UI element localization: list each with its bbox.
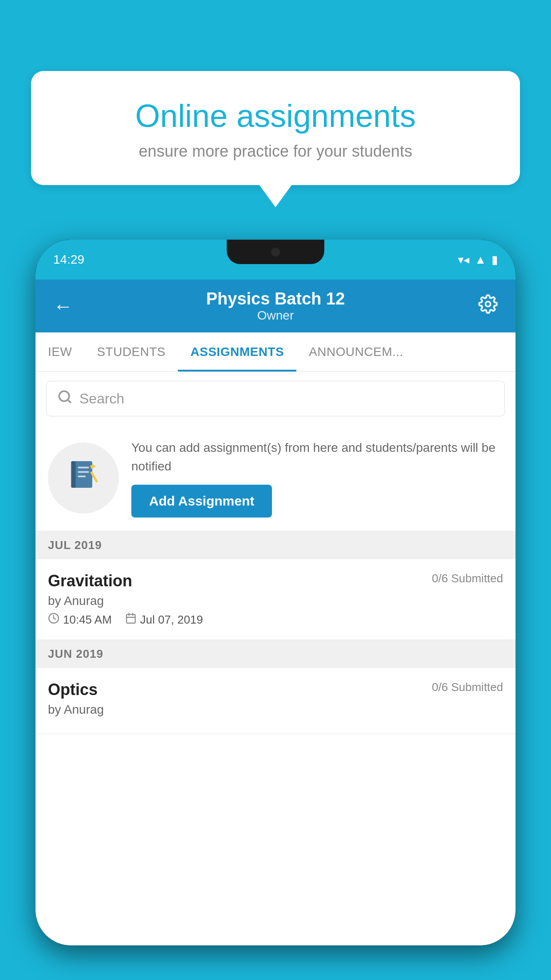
phone-screen: ← Physics Batch 12 Owner IEW STUDENTS AS… (35, 280, 516, 945)
assignment-icon-circle (48, 443, 119, 514)
tab-assignments[interactable]: ASSIGNMENTS (178, 332, 296, 371)
assignment-time-value-gravitation: 10:45 AM (63, 613, 112, 627)
assignment-name-gravitation: Gravitation (48, 572, 132, 590)
clock-icon (48, 612, 59, 627)
search-placeholder: Search (79, 391, 124, 407)
section-header-jul: JUL 2019 (35, 531, 516, 559)
assignment-by-optics: by Anurag (48, 703, 503, 717)
assignment-name-optics: Optics (48, 680, 98, 699)
svg-line-2 (68, 400, 71, 403)
assignment-row1: Gravitation 0/6 Submitted (48, 572, 503, 590)
svg-rect-5 (78, 467, 89, 469)
assignment-row1-optics: Optics 0/6 Submitted (48, 680, 503, 699)
signal-icon: ▲ (475, 253, 486, 267)
app-header: ← Physics Batch 12 Owner (35, 280, 516, 332)
bubble-subtitle: ensure more practice for your students (62, 142, 489, 161)
notebook-icon (66, 457, 101, 499)
assignment-date-gravitation: Jul 07, 2019 (125, 612, 203, 627)
camera-dot (271, 248, 280, 257)
battery-icon: ▮ (492, 253, 498, 267)
search-icon (57, 389, 72, 408)
search-container: Search (35, 372, 516, 425)
tab-iew[interactable]: IEW (35, 332, 84, 371)
add-assignment-button[interactable]: Add Assignment (131, 485, 272, 518)
calendar-icon (125, 612, 137, 627)
notch (227, 240, 324, 264)
tabs-bar: IEW STUDENTS ASSIGNMENTS ANNOUNCEM... (35, 332, 516, 372)
assignment-submitted-gravitation: 0/6 Submitted (432, 572, 503, 585)
search-bar[interactable]: Search (46, 381, 505, 416)
status-bar: 14:29 ▾◂ ▲ ▮ (35, 240, 516, 280)
assignment-meta-gravitation: 10:45 AM Jul 07, 2019 (48, 612, 503, 627)
add-assignment-content: You can add assignment(s) from here and … (131, 439, 503, 518)
add-assignment-card: You can add assignment(s) from here and … (35, 425, 516, 531)
speech-bubble: Online assignments ensure more practice … (31, 71, 520, 185)
settings-button[interactable] (478, 294, 498, 318)
back-button[interactable]: ← (53, 295, 73, 317)
svg-rect-6 (78, 471, 89, 473)
status-time: 14:29 (53, 253, 84, 267)
svg-rect-11 (126, 614, 135, 623)
assignment-item-gravitation[interactable]: Gravitation 0/6 Submitted by Anurag 10:4… (35, 559, 516, 640)
phone-outer: 14:29 ▾◂ ▲ ▮ ← Physics Batch 12 Owner (35, 240, 516, 945)
speech-bubble-container: Online assignments ensure more practice … (31, 71, 520, 185)
assignment-by-gravitation: by Anurag (48, 594, 503, 608)
assignment-time-gravitation: 10:45 AM (48, 612, 112, 627)
bubble-title: Online assignments (62, 98, 489, 134)
tab-students[interactable]: STUDENTS (84, 332, 178, 371)
phone-wrapper: 14:29 ▾◂ ▲ ▮ ← Physics Batch 12 Owner (35, 240, 516, 980)
svg-rect-7 (78, 476, 86, 478)
status-icons: ▾◂ ▲ ▮ (458, 253, 498, 267)
header-subtitle: Owner (206, 308, 345, 323)
section-header-jun: JUN 2019 (35, 640, 516, 668)
assignment-item-optics[interactable]: Optics 0/6 Submitted by Anurag (35, 668, 516, 734)
svg-point-0 (485, 301, 490, 306)
assignment-submitted-optics: 0/6 Submitted (432, 680, 503, 694)
header-title: Physics Batch 12 (206, 289, 345, 308)
wifi-icon: ▾◂ (458, 253, 469, 267)
assignment-date-value-gravitation: Jul 07, 2019 (140, 613, 203, 627)
header-center: Physics Batch 12 Owner (206, 289, 345, 323)
tab-announcements[interactable]: ANNOUNCEM... (296, 332, 416, 371)
svg-rect-4 (71, 461, 76, 488)
add-assignment-description: You can add assignment(s) from here and … (131, 439, 503, 476)
